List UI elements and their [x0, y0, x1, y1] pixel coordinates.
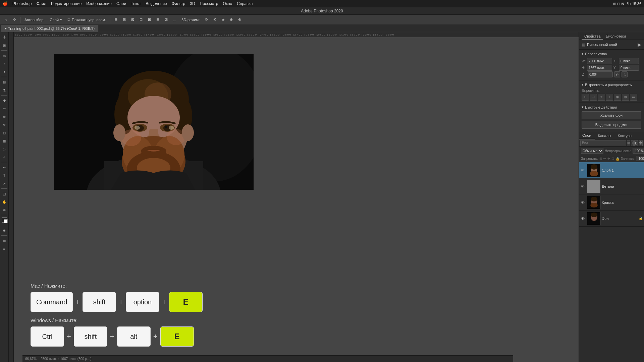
- mode-icon-1[interactable]: ⟳: [203, 16, 210, 24]
- mode-icon-5[interactable]: ⊗: [236, 16, 243, 24]
- foreground-color[interactable]: [2, 217, 7, 223]
- zoom-tool[interactable]: ⊕: [1, 206, 8, 214]
- mode-icon-4[interactable]: ⊕: [228, 16, 235, 24]
- delete-layer-btn[interactable]: 🗑: [639, 140, 643, 146]
- menu-file[interactable]: Файл: [36, 1, 46, 6]
- menu-3d[interactable]: 3D: [190, 1, 195, 6]
- align-bottom-edges-btn[interactable]: ⊟: [622, 94, 629, 101]
- hand-tool[interactable]: ✋: [1, 198, 8, 205]
- layer-item-3[interactable]: 👁 Краска: [579, 194, 644, 210]
- menu-text[interactable]: Текст: [131, 1, 141, 6]
- mode-icon-3[interactable]: ◈: [220, 16, 226, 24]
- align-center-v-btn[interactable]: ⊣: [590, 94, 597, 101]
- libraries-tab[interactable]: Библиотеки: [603, 34, 629, 40]
- move-tool[interactable]: ✛: [1, 34, 8, 41]
- height-input[interactable]: [587, 65, 612, 71]
- paths-tab[interactable]: Контуры: [614, 132, 636, 139]
- healing-tool[interactable]: ✚: [1, 97, 8, 104]
- more-options-btn[interactable]: ...: [171, 16, 178, 24]
- brush-tool[interactable]: ✏: [1, 105, 8, 112]
- align-center-h-btn[interactable]: ⊞: [614, 94, 621, 101]
- align-header[interactable]: ▾ Выровнять и распределить: [582, 82, 641, 87]
- menu-view[interactable]: Просмотр: [200, 1, 218, 6]
- lock-position-btn[interactable]: ✛: [607, 156, 610, 161]
- text-tool[interactable]: T: [1, 172, 8, 179]
- align-bottom-btn[interactable]: ⊟: [154, 16, 161, 24]
- dodge-tool[interactable]: ○: [1, 153, 8, 161]
- channels-tab[interactable]: Каналы: [595, 132, 614, 139]
- align-left-btn[interactable]: ⊞: [112, 16, 119, 24]
- layer-item-2[interactable]: 👁 Детали: [579, 178, 644, 194]
- layer-visibility-4[interactable]: 👁: [580, 216, 586, 221]
- align-right-edges-btn[interactable]: ⊤: [598, 94, 605, 101]
- align-right-btn[interactable]: ⊠: [129, 16, 136, 24]
- blend-mode-select[interactable]: Обычные: [581, 148, 603, 154]
- menu-window[interactable]: Окно: [223, 1, 232, 6]
- magic-wand-tool[interactable]: ✦: [1, 68, 8, 75]
- x-input[interactable]: [619, 58, 639, 64]
- layer-visibility-2[interactable]: 👁: [580, 184, 586, 189]
- pen-tool[interactable]: ✒: [1, 164, 8, 171]
- align-top-btn[interactable]: ⊡: [138, 16, 145, 24]
- layer-item-1[interactable]: 👁 Слой 1: [579, 162, 644, 178]
- remove-bg-btn[interactable]: Удалить фон: [582, 111, 641, 119]
- quick-mask-btn[interactable]: ◉: [1, 227, 8, 234]
- angle-input[interactable]: [588, 71, 613, 77]
- canvas-viewport[interactable]: Mac / Нажмите: Command + shift + option …: [14, 37, 579, 362]
- new-group-btn[interactable]: ⊞: [627, 140, 630, 146]
- screen-mode-btn[interactable]: ⊞: [1, 237, 8, 244]
- select-subject-btn[interactable]: Выделить предмет: [582, 121, 641, 129]
- align-top-edges-btn[interactable]: ⊥: [606, 94, 613, 101]
- menu-select[interactable]: Выделение: [146, 1, 167, 6]
- layer-item-4[interactable]: 👁 Фон 🔒: [579, 210, 644, 227]
- lock-all-btn[interactable]: 🔒: [615, 156, 620, 161]
- move-tool-btn[interactable]: ✛: [11, 16, 18, 23]
- width-input[interactable]: [587, 58, 612, 64]
- y-input[interactable]: [619, 65, 639, 71]
- flip-v-btn[interactable]: ⇅: [622, 71, 628, 77]
- shape-tool[interactable]: ◰: [1, 190, 8, 197]
- menu-image[interactable]: Изображение: [86, 1, 112, 6]
- new-adj-layer-btn[interactable]: ◐: [634, 140, 638, 146]
- home-tool-btn[interactable]: ⌂: [2, 16, 9, 23]
- layers-tab[interactable]: Слои: [579, 132, 595, 139]
- eraser-tool[interactable]: ◻: [1, 129, 8, 136]
- lock-artboard-btn[interactable]: ⊡: [611, 156, 614, 161]
- eyedropper-tool[interactable]: ⚗: [1, 86, 8, 94]
- align-center-btn[interactable]: ⊟: [121, 16, 128, 24]
- new-layer-btn[interactable]: +: [631, 140, 634, 146]
- history-brush[interactable]: ↺: [1, 121, 8, 128]
- show-controls-checkbox[interactable]: ☑ Показать упр. элем.: [65, 16, 108, 24]
- fill-input[interactable]: [636, 156, 644, 161]
- layer-visibility-3[interactable]: 👁: [580, 200, 586, 205]
- artboard-tool[interactable]: ⊞: [1, 42, 8, 49]
- apple-icon[interactable]: 🍎: [3, 1, 8, 6]
- blur-tool[interactable]: ◌: [1, 145, 8, 153]
- flip-h-btn[interactable]: ⇄: [614, 71, 620, 77]
- properties-tab[interactable]: Свойства: [582, 34, 603, 40]
- clone-tool[interactable]: ⊕: [1, 113, 8, 120]
- perspective-header[interactable]: ▾ Перспектива: [582, 52, 641, 56]
- marquee-tool[interactable]: ▭: [1, 52, 8, 59]
- quick-actions-header[interactable]: ▾ Быстрые действия: [582, 105, 641, 109]
- lock-transparent-btn[interactable]: ⊞: [599, 156, 602, 161]
- mode-icon-2[interactable]: ⟲: [211, 16, 218, 24]
- document-tab[interactable]: ● Training-oil-paint-002.psd @ 66,7% (Сл…: [1, 25, 98, 32]
- lock-image-btn[interactable]: ✏: [603, 156, 606, 161]
- gradient-tool[interactable]: ▦: [1, 137, 8, 144]
- menu-layers[interactable]: Слои: [116, 1, 126, 6]
- menu-filter[interactable]: Фильтр: [172, 1, 185, 6]
- align-middle-btn[interactable]: ⊞: [146, 16, 153, 24]
- autoselect-mode[interactable]: Слой ▾: [48, 16, 64, 24]
- lasso-tool[interactable]: ℓ: [1, 60, 8, 67]
- opacity-input[interactable]: [633, 148, 644, 154]
- crop-tool[interactable]: ⊡: [1, 78, 8, 86]
- distribute-btn[interactable]: ⊠: [163, 16, 170, 24]
- menu-help[interactable]: Справка: [237, 1, 253, 6]
- menu-edit[interactable]: Редактирование: [51, 1, 82, 6]
- layers-search-input[interactable]: [580, 140, 626, 146]
- menu-app-name[interactable]: Photoshop: [12, 1, 32, 6]
- layer-visibility-1[interactable]: 👁: [580, 168, 586, 173]
- more-align-btn[interactable]: •••: [630, 94, 637, 101]
- align-left-edges-btn[interactable]: ⊢: [582, 94, 589, 101]
